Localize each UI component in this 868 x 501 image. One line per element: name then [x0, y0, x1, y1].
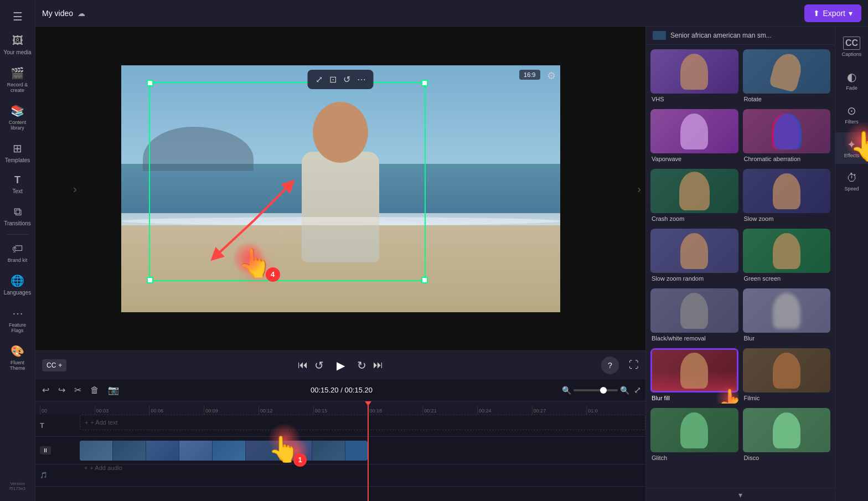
- skip-fwd-button[interactable]: ⏭: [373, 359, 383, 371]
- sidebar-item-your-media[interactable]: 🖼 Your media: [0, 29, 35, 61]
- crop-btn[interactable]: ⊡: [328, 73, 338, 86]
- thumb-person-bw: [680, 293, 708, 329]
- add-text-button[interactable]: + + Add text: [80, 415, 645, 430]
- effect-slow-random[interactable]: Slow zoom random: [650, 229, 738, 284]
- ruler-mark-6: 00:18: [368, 406, 422, 415]
- effect-thumb-vhs: [650, 49, 738, 94]
- effect-slow-zoom[interactable]: Slow zoom: [743, 169, 831, 224]
- video-background: [121, 65, 560, 312]
- templates-icon: ⊞: [13, 142, 22, 155]
- menu-icon: ☰: [13, 10, 23, 23]
- save-frame-button[interactable]: 📷: [106, 383, 121, 397]
- back-5-button[interactable]: ↺: [314, 359, 324, 372]
- timeline-ruler: 00 00:03 00:06 00:09 00:12 00:15 00:18 0…: [35, 401, 645, 415]
- play-button[interactable]: ▶: [330, 355, 350, 375]
- add-audio-button[interactable]: + + Add audio: [80, 464, 645, 471]
- sidebar-item-feature-flags[interactable]: ⋯ FeatureFlags: [0, 301, 35, 339]
- effect-green-screen[interactable]: Green screen: [743, 229, 831, 284]
- effect-crash-zoom[interactable]: Crash zoom: [650, 169, 738, 224]
- preview-video[interactable]: [121, 65, 560, 312]
- skip-back-button[interactable]: ⏮: [298, 359, 308, 371]
- aspect-ratio-badge: 16:9: [519, 70, 540, 80]
- preview-toolbar: ⤢ ⊡ ↺ ⋯: [308, 70, 374, 89]
- question-button[interactable]: ?: [601, 357, 619, 374]
- sidebar-item-text[interactable]: T Text: [0, 169, 35, 200]
- scroll-down-indicator[interactable]: ▾: [646, 488, 835, 501]
- more-btn[interactable]: ⋯: [356, 73, 367, 86]
- effect-blur[interactable]: Blur: [743, 288, 831, 344]
- audio-track-content[interactable]: + + Add audio: [80, 464, 645, 486]
- effect-disco[interactable]: Disco: [743, 408, 831, 463]
- sidebar-label-languages: Languages: [4, 290, 32, 296]
- cut-button[interactable]: ✂: [72, 383, 84, 397]
- sidebar-item-brand[interactable]: 🏷 Brand kit: [0, 237, 35, 268]
- video-thumb-mini: [653, 31, 666, 40]
- effect-thumb-vaporwave: [650, 109, 738, 153]
- preview-expand-left[interactable]: ›: [73, 182, 77, 195]
- fullscreen-button[interactable]: ⛶: [629, 359, 639, 371]
- filters-panel-item[interactable]: ⊙ Filters: [835, 99, 869, 130]
- frame-7: [279, 441, 312, 461]
- delete-button[interactable]: 🗑: [88, 383, 101, 397]
- frame-6: [246, 441, 279, 461]
- effect-blur-fill[interactable]: Blur fill 👆 3: [650, 348, 738, 404]
- effect-filmic[interactable]: Filmic: [743, 348, 831, 404]
- effect-thumb-glitch: [650, 408, 738, 452]
- fade-panel-item[interactable]: ◐ Fade: [835, 65, 869, 96]
- effect-vaporwave[interactable]: Vaporwave: [650, 109, 738, 164]
- ruler-mark-5: 00:15: [313, 406, 368, 415]
- resize-btn[interactable]: ⤢: [314, 73, 324, 86]
- filters-icon: ⊙: [847, 104, 856, 117]
- playhead[interactable]: [368, 401, 369, 415]
- zoom-thumb: [600, 387, 607, 394]
- zoom-slider[interactable]: [574, 389, 618, 391]
- effects-scroll[interactable]: VHS Rotate: [646, 45, 835, 488]
- effect-thumb-inner-disco: [743, 408, 831, 452]
- sidebar-item-content-library[interactable]: 📚 Contentlibrary: [0, 99, 35, 136]
- preview-expand-right[interactable]: ›: [637, 182, 641, 195]
- undo-button[interactable]: ↩: [40, 383, 51, 397]
- person-body: [302, 152, 379, 262]
- speed-panel-item[interactable]: ⏱ Speed: [835, 166, 869, 197]
- redo-button[interactable]: ↪: [56, 383, 68, 397]
- fwd-5-button[interactable]: ↻: [357, 359, 366, 372]
- save-icon[interactable]: ☁: [78, 9, 85, 18]
- sidebar-item-transitions[interactable]: ⧉ Transitions: [0, 200, 35, 232]
- rotate-btn[interactable]: ↺: [342, 73, 352, 86]
- ruler-mark-9: 00:27: [532, 406, 587, 415]
- video-clip[interactable]: [80, 441, 368, 461]
- thumb-person-green: [773, 233, 800, 269]
- frame-4: [179, 441, 213, 461]
- effect-vhs[interactable]: VHS: [650, 49, 738, 105]
- sidebar-item-templates[interactable]: ⊞ Templates: [0, 136, 35, 169]
- timeline-expand-button[interactable]: ⤢: [634, 385, 641, 395]
- preview-settings-icon[interactable]: ⚙: [547, 70, 556, 82]
- effect-chromatic[interactable]: Chromatic aberration: [743, 109, 831, 164]
- effect-label-green-screen: Green screen: [743, 273, 831, 284]
- preview-area: ⤢ ⊡ ↺ ⋯ ⚙ 16:9: [35, 27, 645, 350]
- frame-2: [113, 441, 146, 461]
- effect-glitch[interactable]: Glitch: [650, 408, 738, 463]
- zoom-controls: 🔍 🔍: [562, 386, 629, 395]
- zoom-in-button[interactable]: 🔍: [620, 386, 629, 395]
- text-track-content[interactable]: + + Add text: [80, 415, 645, 436]
- effect-rotate[interactable]: Rotate: [743, 49, 831, 105]
- effect-bw-removal[interactable]: Black/white removal: [650, 288, 738, 344]
- export-button[interactable]: ⬆ Export ▾: [804, 4, 861, 22]
- version-label: Versionf5173e3: [9, 481, 25, 491]
- cc-button[interactable]: CC +: [42, 359, 66, 371]
- captions-panel-item[interactable]: CC Captions: [835, 31, 869, 63]
- effect-thumb-inner-vhs: [650, 49, 738, 94]
- pause-track-button[interactable]: ⏸: [40, 446, 51, 454]
- effects-panel: Senior african american man sm... VHS: [645, 27, 835, 501]
- effect-thumb-chromatic: [743, 109, 831, 153]
- effect-thumb-slow-random: [650, 229, 738, 273]
- sidebar-menu[interactable]: ☰: [0, 4, 35, 29]
- effect-thumb-inner-crash: [650, 169, 738, 213]
- effects-panel-item[interactable]: 👆 2 ✦ Effects: [835, 132, 869, 164]
- zoom-out-button[interactable]: 🔍: [562, 386, 571, 395]
- sidebar-item-record[interactable]: 🎬 Record &create: [0, 61, 35, 99]
- sidebar-item-languages[interactable]: 🌐 Languages: [0, 268, 35, 301]
- sidebar-item-fluent-theme[interactable]: 🎨 FluentTheme: [0, 339, 35, 376]
- fluent-theme-icon: 🎨: [11, 344, 24, 358]
